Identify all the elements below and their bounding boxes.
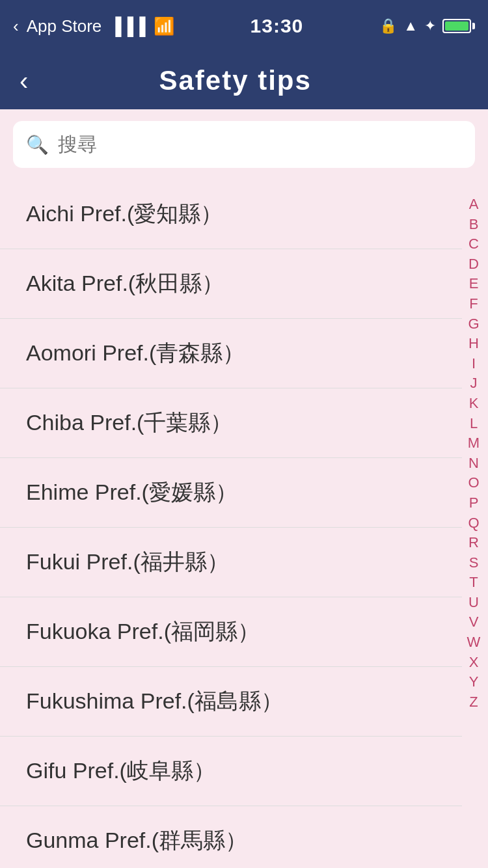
list-item[interactable]: Ehime Pref.(愛媛縣）: [0, 458, 462, 528]
bluetooth-icon: ✦: [424, 18, 436, 34]
status-right: 🔒 ▲ ✦: [379, 18, 475, 34]
list-item[interactable]: Chiba Pref.(千葉縣）: [0, 388, 462, 458]
alpha-letter-y[interactable]: Y: [465, 673, 483, 692]
alpha-letter-o[interactable]: O: [465, 474, 483, 493]
alpha-letter-m[interactable]: M: [465, 434, 483, 453]
nav-bar: ‹ Safety tips: [0, 52, 488, 109]
alpha-letter-e[interactable]: E: [465, 275, 483, 293]
signal-icon: ▐▐▐: [109, 16, 145, 36]
alpha-letter-h[interactable]: H: [465, 334, 483, 353]
alpha-letter-l[interactable]: L: [465, 414, 483, 433]
location-icon: ▲: [403, 18, 418, 34]
alpha-letter-g[interactable]: G: [465, 315, 483, 334]
title-part1: Safety: [159, 65, 249, 96]
alpha-letter-t[interactable]: T: [465, 573, 483, 592]
app-title: Safety tips: [159, 65, 311, 96]
list-item[interactable]: Fukushima Pref.(福島縣）: [0, 667, 462, 737]
alpha-letter-b[interactable]: B: [465, 215, 483, 234]
search-box[interactable]: 🔍: [13, 121, 475, 168]
alpha-letter-z[interactable]: Z: [465, 693, 483, 712]
wifi-icon: 📶: [154, 16, 174, 36]
battery-icon: [442, 19, 475, 33]
alpha-letter-s[interactable]: S: [465, 554, 483, 573]
search-container: 🔍: [0, 109, 488, 180]
back-button[interactable]: ‹: [13, 61, 34, 100]
lock-icon: 🔒: [379, 18, 397, 34]
list-item[interactable]: Akita Pref.(秋田縣）: [0, 249, 462, 319]
alpha-letter-r[interactable]: R: [465, 534, 483, 552]
list-container: Aichi Pref.(愛知縣）Akita Pref.(秋田縣）Aomori P…: [0, 180, 488, 868]
alpha-letter-a[interactable]: A: [465, 195, 483, 214]
alpha-letter-j[interactable]: J: [465, 374, 483, 393]
alpha-letter-k[interactable]: K: [465, 394, 483, 413]
alpha-letter-w[interactable]: W: [465, 633, 483, 652]
list-item[interactable]: Aomori Pref.(青森縣）: [0, 319, 462, 388]
status-time: 13:30: [251, 15, 304, 37]
alpha-letter-x[interactable]: X: [465, 653, 483, 672]
alpha-letter-n[interactable]: N: [465, 454, 483, 473]
alpha-letter-p[interactable]: P: [465, 494, 483, 513]
list-item[interactable]: Aichi Pref.(愛知縣）: [0, 180, 462, 249]
alpha-letter-v[interactable]: V: [465, 613, 483, 632]
alpha-letter-q[interactable]: Q: [465, 514, 483, 533]
list-item[interactable]: Fukuoka Pref.(福岡縣）: [0, 597, 462, 667]
status-left: ‹ App Store ▐▐▐ 📶: [13, 16, 174, 36]
alpha-letter-c[interactable]: C: [465, 235, 483, 254]
back-arrow-icon: ‹: [13, 16, 19, 36]
alphabet-index: ABCDEFGHIJKLMNOPQRSTUVWXYZ: [465, 195, 483, 711]
carrier-label: App Store: [27, 16, 102, 36]
alpha-letter-u[interactable]: U: [465, 593, 483, 612]
list-item[interactable]: Gifu Pref.(岐阜縣）: [0, 737, 462, 806]
search-input[interactable]: [58, 133, 462, 156]
alpha-letter-f[interactable]: F: [465, 295, 483, 314]
list-item[interactable]: Fukui Pref.(福井縣）: [0, 528, 462, 597]
list-item[interactable]: Gunma Pref.(群馬縣）: [0, 806, 462, 868]
alpha-letter-i[interactable]: I: [465, 355, 483, 373]
status-bar: ‹ App Store ▐▐▐ 📶 13:30 🔒 ▲ ✦: [0, 0, 488, 52]
title-part2: tips: [258, 65, 312, 96]
alpha-letter-d[interactable]: D: [465, 255, 483, 274]
search-icon: 🔍: [26, 134, 49, 156]
